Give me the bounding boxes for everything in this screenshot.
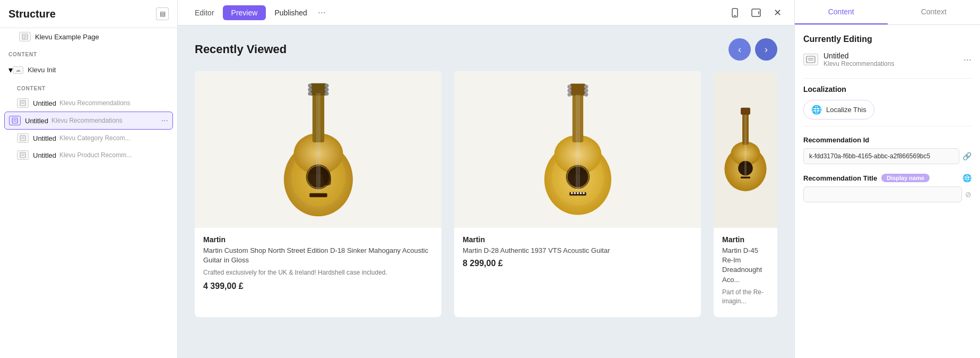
svg-point-54 — [583, 192, 585, 194]
editor-tab[interactable]: Editor — [186, 5, 223, 20]
recommendation-id-input[interactable] — [803, 148, 959, 164]
tree-item-4[interactable]: Untitled Klevu Product Recomm... — [0, 147, 177, 164]
recommendation-title-input[interactable] — [803, 186, 962, 202]
globe-icon: 🌐 — [811, 105, 822, 115]
sidebar: Structure ▤ Klevu Example Page CONTENT ▾… — [0, 0, 178, 358]
svg-point-58 — [584, 88, 588, 92]
svg-point-55 — [567, 84, 571, 88]
svg-rect-13 — [20, 152, 25, 158]
svg-point-37 — [325, 91, 328, 95]
component-icon-3 — [17, 133, 29, 143]
sidebar-title: Structure — [8, 8, 56, 20]
product-desc-3: Part of the Re-imagin... — [722, 288, 769, 306]
product-image-1 — [195, 71, 441, 228]
globe-small-icon[interactable]: 🌐 — [962, 174, 972, 182]
mobile-view-button[interactable] — [726, 4, 743, 21]
product-card-3: Martin Martin D-45 Re-Im Dreadnought Aco… — [714, 71, 777, 317]
product-image-2 — [454, 71, 701, 228]
svg-point-34 — [308, 88, 311, 91]
content-label-2: CONTENT — [0, 79, 177, 95]
sidebar-header: Structure ▤ — [0, 0, 177, 28]
component-icon-1 — [17, 98, 29, 108]
product-brand-2: Martin — [463, 235, 692, 244]
product-info-3: Martin Martin D-45 Re-Im Dreadnought Aco… — [714, 228, 777, 317]
svg-rect-10 — [20, 135, 25, 141]
svg-rect-65 — [741, 107, 750, 114]
published-tab[interactable]: Published — [266, 5, 316, 20]
rec-title-row: Recommendation Title Display name 🌐 — [803, 174, 972, 182]
svg-point-36 — [308, 91, 311, 95]
svg-point-57 — [567, 88, 571, 92]
preview-tab[interactable]: Preview — [223, 5, 266, 20]
prev-button[interactable]: ‹ — [729, 38, 751, 61]
svg-point-32 — [308, 83, 311, 87]
recommendation-title-label: Recommendation Title — [803, 174, 877, 182]
item-name-1: Untitled — [33, 99, 56, 107]
main-content: Editor Preview Published ··· ✕ Recently … — [178, 0, 794, 358]
rec-title-input-row: ⊘ — [803, 186, 972, 202]
cloud-icon: ☁ — [13, 66, 23, 74]
more-options-icon[interactable]: ··· — [318, 7, 326, 18]
page-icon — [19, 32, 31, 41]
editing-item-more-icon[interactable]: ··· — [964, 54, 972, 65]
svg-point-56 — [584, 84, 588, 88]
svg-point-51 — [574, 192, 576, 194]
item-name-3: Untitled — [33, 134, 56, 142]
tree-item-3[interactable]: Untitled Klevu Category Recom... — [0, 130, 177, 147]
close-button[interactable]: ✕ — [769, 4, 786, 21]
product-desc-1: Crafted exclusively for the UK & Ireland… — [203, 268, 433, 277]
tree-item-page[interactable]: Klevu Example Page — [0, 28, 177, 45]
product-image-3 — [714, 71, 777, 228]
right-panel-body: Currently Editing Untitled Klevu Recomme… — [795, 25, 980, 358]
tablet-view-button[interactable] — [748, 4, 765, 21]
tree-item-2-selected[interactable]: Untitled Klevu Recommendations ··· — [4, 112, 173, 130]
editing-item: Untitled Klevu Recommendations ··· — [803, 52, 972, 67]
product-brand-3: Martin — [722, 235, 769, 244]
svg-point-35 — [325, 88, 328, 91]
item-sub-3: Klevu Category Recom... — [59, 134, 169, 142]
svg-point-53 — [579, 192, 582, 194]
svg-rect-43 — [570, 83, 586, 95]
svg-rect-70 — [741, 176, 750, 178]
item-more-icon[interactable]: ··· — [161, 116, 168, 125]
product-card-2: Martin Martin D-28 Authentic 1937 VTS Ac… — [454, 71, 701, 317]
item-sub-1: Klevu Recommendations — [59, 99, 169, 107]
component-icon-4 — [17, 150, 29, 160]
products-grid: Martin Martin Custom Shop North Street E… — [195, 71, 777, 317]
svg-rect-71 — [806, 56, 815, 63]
tab-content[interactable]: Content — [795, 0, 888, 24]
product-name-1: Martin Custom Shop North Street Edition … — [203, 246, 433, 265]
nav-buttons: ‹ › — [729, 38, 777, 61]
item-name-2: Untitled — [25, 117, 48, 125]
klevu-init-item[interactable]: ▾ ☁ Klevu Init — [0, 61, 177, 79]
item-sub-4: Klevu Product Recomm... — [59, 151, 169, 159]
editing-item-sub: Klevu Recommendations — [823, 60, 958, 67]
svg-rect-4 — [20, 100, 25, 106]
product-name-3: Martin D-45 Re-Im Dreadnought Aco... — [722, 246, 769, 285]
sidebar-toggle-button[interactable]: ▤ — [156, 7, 169, 20]
item-name-4: Untitled — [33, 151, 56, 159]
next-button[interactable]: › — [755, 38, 777, 61]
localize-this-button[interactable]: 🌐 Localize This — [803, 100, 874, 120]
link-icon[interactable]: 🔗 — [962, 152, 972, 160]
right-panel: Content Context Currently Editing Untitl… — [794, 0, 980, 358]
rec-title-link-icon[interactable]: ⊘ — [965, 190, 972, 199]
svg-rect-31 — [309, 193, 327, 197]
product-brand-1: Martin — [203, 235, 433, 244]
product-info-2: Martin Martin D-28 Authentic 1937 VTS Ac… — [454, 228, 701, 276]
svg-point-33 — [325, 83, 328, 87]
recommendation-id-row: 🔗 — [803, 148, 972, 164]
top-bar-icons: ✕ — [726, 4, 786, 21]
klevu-init-label: Klevu Init — [28, 66, 56, 74]
svg-rect-7 — [12, 118, 18, 123]
editing-item-icon — [803, 54, 818, 65]
recently-viewed-title: Recently Viewed — [195, 42, 287, 56]
component-icon-2 — [9, 116, 21, 125]
currently-editing-label: Currently Editing — [803, 35, 972, 44]
tree-item-1[interactable]: Untitled Klevu Recommendations — [0, 95, 177, 112]
tab-context[interactable]: Context — [888, 0, 981, 24]
preview-area: Recently Viewed ‹ › — [178, 25, 794, 358]
product-price-2: 8 299,00 £ — [463, 259, 692, 268]
content-label-1: CONTENT — [0, 45, 177, 61]
editing-item-text: Untitled Klevu Recommendations — [823, 52, 958, 67]
